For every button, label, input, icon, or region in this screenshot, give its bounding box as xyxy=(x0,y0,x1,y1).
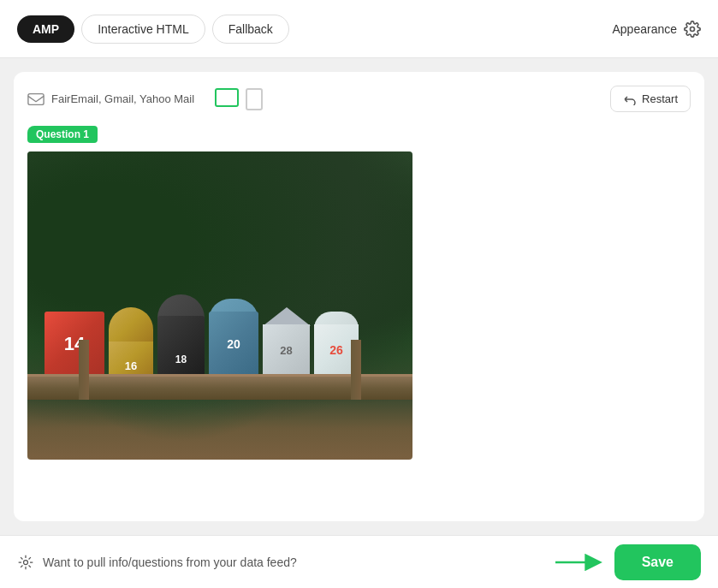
question-badge: Question 1 xyxy=(27,126,98,143)
gear-icon[interactable] xyxy=(684,21,701,38)
mailbox-16-number: 16 xyxy=(125,359,137,372)
preview-card: FairEmail, Gmail, Yahoo Mail Restart Que… xyxy=(14,72,704,521)
mailbox-18: 18 xyxy=(157,303,205,376)
shelf-leg-left xyxy=(79,340,89,400)
restart-button[interactable]: Restart xyxy=(610,86,691,112)
mailbox-28: 28 xyxy=(263,307,310,376)
mailbox-image: 16 18 20 xyxy=(27,151,412,460)
mailbox-20-body: 20 xyxy=(209,312,258,376)
mailbox-16: 16 xyxy=(109,307,153,376)
mailbox-28-body: 28 xyxy=(263,324,310,376)
mailbox-16-body: 16 xyxy=(109,342,153,376)
shelf-leg-right xyxy=(351,340,361,400)
green-arrow-icon xyxy=(555,549,607,575)
save-button[interactable]: Save xyxy=(614,544,701,580)
svg-point-2 xyxy=(24,560,28,564)
svg-rect-1 xyxy=(28,93,44,104)
mailbox-28-number: 28 xyxy=(280,344,292,357)
tab-interactive-html[interactable]: Interactive HTML xyxy=(81,15,205,44)
preview-toolbar: FairEmail, Gmail, Yahoo Mail Restart xyxy=(27,86,691,112)
email-clients-text: FairEmail, Gmail, Yahoo Mail xyxy=(51,92,194,105)
mailbox-18-number: 18 xyxy=(175,353,187,365)
data-feed-icon xyxy=(17,554,34,571)
mailbox-14 xyxy=(45,312,104,376)
desktop-view-icon[interactable] xyxy=(215,88,239,107)
shelf xyxy=(27,374,412,400)
mailboxes-row: 16 18 20 xyxy=(45,299,395,376)
tab-fallback[interactable]: Fallback xyxy=(212,15,289,44)
restart-icon xyxy=(623,93,637,105)
tab-amp[interactable]: AMP xyxy=(17,15,74,43)
preview-area: Question 1 16 xyxy=(27,126,691,508)
mailbox-20: 20 xyxy=(209,299,258,376)
svg-point-0 xyxy=(691,27,695,31)
arrow-container xyxy=(555,549,607,575)
mailbox-26-number: 26 xyxy=(329,343,343,357)
mailbox-18-body xyxy=(157,316,205,376)
email-icon-container: FairEmail, Gmail, Yahoo Mail xyxy=(27,92,194,106)
mailbox-20-number: 20 xyxy=(227,337,240,351)
top-bar-right: Appearance xyxy=(612,21,701,38)
mobile-view-icon[interactable] xyxy=(246,88,263,110)
data-feed-text: Want to pull info/questions from your da… xyxy=(43,555,297,569)
view-icons xyxy=(215,88,263,110)
main-content: FairEmail, Gmail, Yahoo Mail Restart Que… xyxy=(0,58,718,535)
appearance-label: Appearance xyxy=(612,22,677,36)
top-bar: AMP Interactive HTML Fallback Appearance xyxy=(0,0,718,58)
email-icon xyxy=(27,92,45,106)
mailbox-16-top xyxy=(109,307,153,342)
preview-inner[interactable]: Question 1 16 xyxy=(27,126,691,508)
mailbox-28-roof xyxy=(263,307,311,326)
bottom-bar: Want to pull info/questions from your da… xyxy=(0,535,718,588)
